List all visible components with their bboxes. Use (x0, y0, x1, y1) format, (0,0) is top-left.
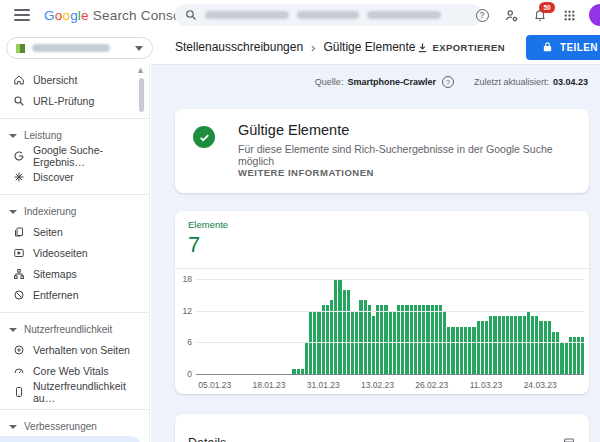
chart-bar (418, 305, 421, 374)
chart-bar (422, 305, 425, 374)
chart-bar (439, 305, 442, 374)
chart-bar (397, 305, 400, 374)
account-avatar[interactable] (589, 4, 600, 26)
chart-bar (405, 305, 408, 374)
property-favicon (16, 44, 25, 53)
sub-header: Stellenausschreibungen › Gültige Element… (0, 30, 600, 64)
metric-toggle[interactable]: Elemente 7 (188, 219, 228, 258)
breadcrumb: Stellenausschreibungen › Gültige Element… (175, 30, 416, 64)
chart-bar (464, 327, 467, 375)
share-button[interactable]: TEILEN (526, 35, 600, 60)
redacted-search-query (205, 11, 289, 19)
chart-bar (451, 327, 454, 375)
sidebar-section-nutzerfreundlichkeit[interactable]: Nutzerfreundlichkeit (0, 320, 149, 339)
chart-bar (548, 321, 551, 374)
apps-grid-button[interactable] (560, 6, 578, 24)
x-axis-tick-label: 05.01.23 (198, 380, 231, 390)
magnifier-icon (13, 95, 25, 107)
items-chart-card: Elemente 7 181260 05.01.2318.01.2331.01.… (175, 211, 589, 394)
asterisk-icon (13, 171, 25, 183)
sidebar-item-verhalten-von-seiten[interactable]: Verhalten von Seiten (0, 339, 149, 360)
chart-bar (301, 369, 304, 374)
bar-chart: 181260 05.01.2318.01.2331.01.2313.02.232… (175, 269, 589, 394)
search-icon (185, 9, 197, 21)
chart-bar (468, 327, 471, 375)
chart-bar (531, 316, 534, 374)
sidebar-item-google-suche-ergebnisse[interactable]: Google Suche-Ergebnis… (0, 145, 149, 166)
help-button[interactable]: ? (473, 6, 491, 24)
redacted-search-query (367, 11, 441, 19)
report-meta: Quelle: Smartphone-Crawler ? Zuletzt akt… (315, 76, 588, 88)
menu-icon[interactable] (14, 9, 30, 21)
x-axis-tick-label: 26.02.23 (415, 380, 448, 390)
property-selector[interactable] (6, 37, 153, 59)
sidebar-item-url-pruefung[interactable]: URL-Prüfung (0, 90, 149, 111)
chart-plot[interactable] (196, 279, 584, 375)
sidebar-item-entfernen[interactable]: Entfernen (0, 284, 149, 305)
learn-more-link[interactable]: WEITERE INFORMATIONEN (238, 167, 374, 178)
chart-bar (410, 305, 413, 374)
chart-bar (514, 316, 517, 374)
logo-google: Google (44, 8, 89, 23)
plus-circle-icon (13, 344, 25, 356)
chart-bar (435, 305, 438, 374)
y-axis-tick-label: 0 (187, 369, 192, 379)
table-actions-icon[interactable] (563, 437, 575, 442)
sidebar-item-sitemaps[interactable]: Sitemaps (0, 263, 149, 284)
x-axis-tick-label: 11.03.23 (470, 380, 502, 390)
sidebar-item-videoseiten[interactable]: Videoseiten (0, 242, 149, 263)
chart-bar (338, 279, 341, 374)
chart-gridline (196, 279, 584, 280)
gauge-icon (13, 365, 25, 377)
chart-bar (326, 305, 329, 374)
source-label: Quelle: (315, 77, 344, 87)
house-icon (13, 74, 25, 86)
sidebar-item-seiten[interactable]: Seiten (0, 221, 149, 242)
sidebar-item-discover[interactable]: Discover (0, 166, 149, 187)
help-icon: ? (476, 9, 489, 22)
chart-bar (456, 327, 459, 375)
chart-bar (347, 290, 350, 374)
sidebar-item-nutzerfreundlichkeit-mobil[interactable]: Nutzerfreundlichkeit au… (0, 381, 149, 402)
sidebar-scrollbar[interactable] (139, 78, 144, 112)
source-value: Smartphone-Crawler (347, 77, 436, 87)
smartphone-icon (13, 386, 25, 398)
chart-bar (539, 321, 542, 374)
chart-bar (292, 369, 295, 374)
chart-bar (518, 316, 521, 374)
export-button[interactable]: EXPORTIEREN (411, 41, 512, 54)
search-input[interactable] (175, 4, 483, 26)
chart-bar (401, 305, 404, 374)
sidebar-section-indexierung[interactable]: Indexierung (0, 202, 149, 221)
collapse-caret-icon (9, 134, 17, 138)
details-table-card: Details (175, 414, 589, 442)
sidebar-item-core-web-vitals[interactable]: Core Web Vitals (0, 360, 149, 381)
chart-bar (343, 290, 346, 374)
chart-bar (481, 321, 484, 374)
details-card-title: Details (188, 436, 226, 442)
apps-grid-icon (563, 9, 576, 22)
sidebar-section-leistung[interactable]: Leistung (0, 126, 149, 145)
chart-bar (506, 316, 509, 374)
chart-bar (472, 327, 475, 375)
y-axis-tick-label: 12 (183, 306, 192, 316)
collapse-caret-icon (9, 328, 17, 332)
chart-bar (565, 342, 568, 374)
sidebar-scroll-up-icon[interactable]: ▲ (136, 66, 145, 75)
chart-bar (502, 316, 505, 374)
status-card-subtitle: Für diese Elemente sind Rich-Suchergebni… (238, 143, 589, 167)
header-actions: EXPORTIEREN TEILEN (411, 30, 600, 64)
lock-icon (542, 41, 553, 53)
breadcrumb-parent[interactable]: Stellenausschreibungen (175, 40, 303, 54)
source-info-icon[interactable]: ? (442, 76, 454, 88)
sidebar-divider (0, 312, 149, 313)
sidebar-nav: Übersicht URL-Prüfung Leistung Google Su… (0, 64, 150, 442)
user-settings-button[interactable] (502, 6, 520, 24)
chart-bar (510, 316, 513, 374)
sidebar-item-uebersicht[interactable]: Übersicht (0, 69, 149, 90)
collapse-caret-icon (9, 425, 17, 429)
chart-bar (431, 305, 434, 374)
notifications-button[interactable]: 50 (531, 6, 549, 24)
sidebar-section-verbesserungen[interactable]: Verbesserungen (0, 417, 149, 436)
sidebar-item-stellenausschreibungen[interactable]: Stellenausschreibungen (0, 436, 141, 442)
